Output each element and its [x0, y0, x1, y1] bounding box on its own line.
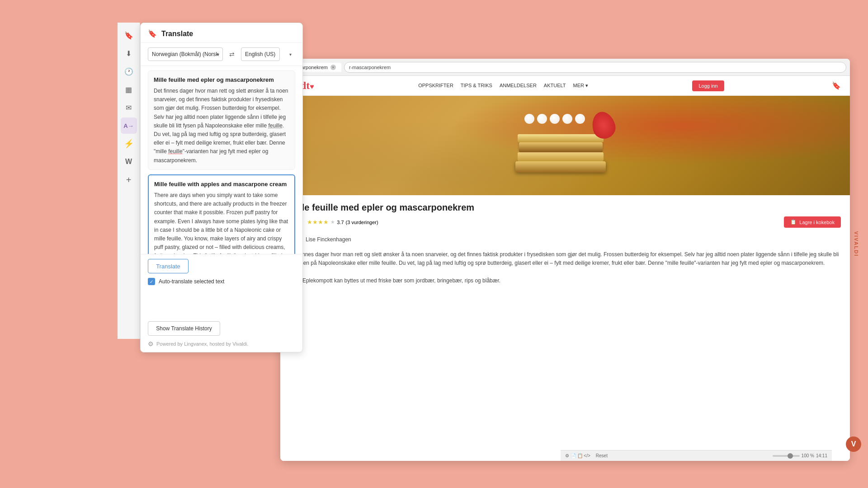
settings-gear-icon[interactable]: ⚙	[148, 340, 154, 347]
sidebar-wiki-icon[interactable]: W	[121, 154, 137, 170]
target-lang-select[interactable]: English (US)	[241, 47, 280, 61]
nav-anmeldelser[interactable]: ANMELDELSER	[500, 83, 537, 89]
source-text-title: Mille feuille med epler og mascarponekre…	[154, 76, 289, 83]
source-underline-2: feuille	[168, 148, 182, 155]
panel-bookmark-icon: 🔖	[148, 29, 157, 38]
translated-title: Mille feuille with apples and mascarpone…	[154, 181, 289, 188]
sidebar-bookmark-icon[interactable]: 🔖	[121, 27, 137, 43]
recipe-description: Det finnes dager hvor man rett og slett …	[289, 250, 841, 285]
translate-panel: 🔖 Translate Norwegian (Bokmål) (Norsk ⇄ …	[140, 23, 303, 352]
time-display: 14:11	[816, 453, 827, 458]
panel-body: Mille feuille med epler og mascarponekre…	[141, 66, 302, 254]
source-lang-select[interactable]: Norwegian (Bokmål) (Norsk	[148, 47, 223, 61]
translate-button[interactable]: Translate	[148, 259, 189, 273]
nav-aktuelt[interactable]: AKTUELT	[544, 83, 566, 89]
status-bar: ⚙ 📄 📋 </> Reset 100 % 14:11	[561, 450, 832, 461]
vivaldi-logo-button[interactable]: V	[846, 436, 861, 452]
sidebar: 🔖 ⬇ 🕐 ▦ ✉ A→ ⚡ W +	[118, 23, 140, 339]
reset-label: Reset	[596, 453, 608, 458]
tab-close-button[interactable]: ×	[330, 65, 336, 70]
powered-by-row: ⚙ Powered by Lingvanex, hosted by Vivald…	[148, 340, 295, 347]
browser-window: mascarponekrem × r-mascarponekrem godt♥ …	[280, 59, 850, 461]
panel-title: Translate	[161, 30, 193, 38]
bookmark-header-icon[interactable]: 🔖	[832, 81, 841, 90]
vivaldi-brand-text: VIVALDI	[854, 231, 859, 257]
auto-translate-label: Auto-translate selected text	[159, 278, 224, 285]
auto-translate-row: ✓ Auto-translate selected text	[148, 278, 295, 285]
site-nav: OPPSKRIFTER TIPS & TRIKS ANMELDELSER AKT…	[418, 83, 588, 89]
site-header: godt♥ OPPSKRIFTER TIPS & TRIKS ANMELDELS…	[280, 76, 850, 96]
status-icons: ⚙ 📄 📋 </>	[565, 453, 590, 458]
browser-toolbar: mascarponekrem × r-mascarponekrem	[280, 59, 850, 76]
zoom-level: 100 %	[802, 453, 814, 458]
swap-languages-icon[interactable]: ⇄	[226, 49, 237, 60]
target-lang-wrapper: English (US)	[241, 47, 295, 61]
panel-header: 🔖 Translate	[141, 23, 302, 43]
sidebar-pocket-icon[interactable]: ⚡	[121, 136, 137, 152]
url-display: r-mascarponekrem	[349, 65, 391, 70]
address-bar[interactable]: r-mascarponekrem	[344, 62, 846, 73]
nav-mer[interactable]: MER ▾	[573, 83, 589, 89]
sidebar-translate-icon[interactable]: A→	[121, 117, 137, 134]
source-underline-1: feuille	[268, 122, 282, 129]
translated-body: There are days when you simply want to t…	[154, 191, 289, 254]
source-lang-wrapper: Norwegian (Bokmål) (Norsk	[148, 47, 223, 61]
recipe-rating: ★★★★★ 3.7 (3 vurderinger)	[307, 219, 378, 225]
nav-oppskrifter[interactable]: OPPSKRIFTER	[418, 83, 453, 89]
sidebar-history-icon[interactable]: 🕐	[121, 63, 137, 80]
show-history-button[interactable]: Show Translate History	[148, 321, 220, 336]
auto-translate-checkbox[interactable]: ✓	[148, 278, 155, 285]
logo-heart: ♥	[310, 83, 314, 90]
save-recipe-button[interactable]: 📋 Lagre i kokebok	[784, 216, 841, 228]
translated-text-box: Mille feuille with apples and mascarpone…	[148, 174, 295, 254]
login-button[interactable]: Logg inn	[692, 80, 724, 91]
recipe-title: Mille feuille med epler og mascarponekre…	[289, 202, 841, 213]
powered-by-text: Powered by Lingvanex, hosted by Vivaldi.	[156, 341, 248, 347]
zoom-bar: 100 % 14:11	[773, 453, 827, 458]
language-bar: Norwegian (Bokmål) (Norsk ⇄ English (US)	[141, 43, 302, 66]
sidebar-download-icon[interactable]: ⬇	[121, 45, 137, 61]
nav-tips[interactable]: TIPS & TRIKS	[461, 83, 492, 89]
author-row: 👤 Lise Finckenhagen	[289, 233, 841, 246]
stars: ★★★★	[307, 219, 329, 225]
sidebar-grid-icon[interactable]: ▦	[121, 81, 137, 98]
recipe-content: Mille feuille med epler og mascarponekre…	[280, 195, 850, 292]
source-text-box: Mille feuille med epler og mascarponekre…	[148, 70, 295, 170]
recipe-image	[280, 96, 850, 195]
recipe-meta: ⏱ 1h ★★★★★ 3.7 (3 vurderinger) 📋 Lagre i…	[289, 216, 841, 228]
zoom-slider[interactable]	[773, 455, 800, 457]
sidebar-mail-icon[interactable]: ✉	[121, 99, 137, 116]
browser-content: godt♥ OPPSKRIFTER TIPS & TRIKS ANMELDELS…	[280, 76, 850, 461]
author-name: Lise Finckenhagen	[306, 236, 351, 243]
panel-footer: Translate ✓ Auto-translate selected text…	[141, 254, 302, 352]
save-icon: 📋	[790, 219, 797, 225]
sidebar-add-icon[interactable]: +	[121, 172, 137, 188]
